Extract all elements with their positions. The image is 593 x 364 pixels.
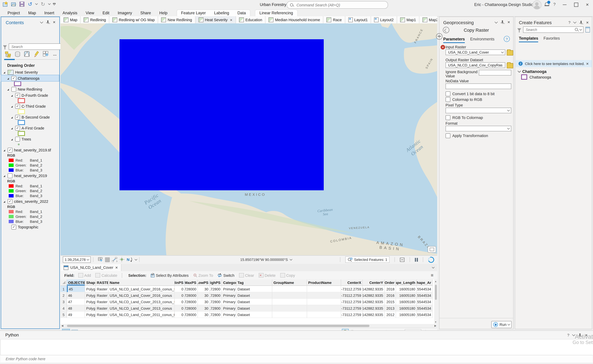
more-options-icon[interactable]: … xyxy=(53,52,57,56)
delete-selection-button[interactable]: ✕Delete xyxy=(259,273,276,278)
selected-features-indicator[interactable]: Selected Features: 1 xyxy=(346,256,390,263)
symbol-swatch[interactable] xyxy=(18,131,25,136)
layer-checkbox[interactable]: ✓ xyxy=(15,104,20,109)
tab-favorites[interactable]: Favorites xyxy=(544,36,560,42)
expand-icon[interactable]: ◢ xyxy=(7,88,10,90)
list-by-data-source-icon[interactable] xyxy=(14,51,21,57)
close-icon[interactable]: ✕ xyxy=(586,62,589,65)
tree-item-d-fourth-grade[interactable]: ◢✓D-Fourth Grade xyxy=(1,92,59,98)
pin-icon[interactable] xyxy=(501,20,504,24)
column-header-shape_length[interactable]: Shape_Length xyxy=(396,279,417,286)
template-item[interactable]: Chattanooga xyxy=(521,74,551,80)
list-by-selection-icon[interactable] xyxy=(24,51,30,57)
column-header-objectid[interactable]: OBJECTID xyxy=(67,279,85,286)
add-to-model-icon[interactable] xyxy=(436,33,442,40)
view-tab-heat-severity[interactable]: Heat Severity✕ xyxy=(195,16,236,23)
clear-selection-button[interactable]: Clear xyxy=(239,273,254,278)
input-raster-value[interactable] xyxy=(447,50,501,55)
browse-folder-icon[interactable] xyxy=(507,63,513,68)
column-header-shape_ar[interactable]: Shape_Ar xyxy=(417,279,433,286)
table-row[interactable]: 246PolygonRasterUSA_NLCD_Land_Cover_2016… xyxy=(60,292,437,299)
view-tab-map[interactable]: Map xyxy=(60,16,81,23)
ribbon-tab-insert[interactable]: Insert xyxy=(40,10,58,16)
layer-checkbox[interactable] xyxy=(7,173,13,178)
open-project-icon[interactable] xyxy=(11,1,16,7)
view-tab-layout1[interactable]: Layout1 xyxy=(345,16,371,23)
column-header-centerx[interactable]: CenterX xyxy=(341,279,363,286)
symbol-swatch[interactable] xyxy=(18,143,20,145)
column-header-name[interactable]: Name xyxy=(108,279,175,286)
layer-checkbox[interactable]: ✓ xyxy=(11,225,16,229)
close-icon[interactable]: ✕ xyxy=(507,20,510,24)
map-scale-select[interactable]: 1:39,254,278 xyxy=(63,256,91,263)
close-icon[interactable]: ✕ xyxy=(230,18,233,22)
table-row[interactable]: 347PolygonRasterUSA_NLCD_Land_Cover_2013… xyxy=(60,299,437,305)
colormap-to-rgb-checkbox[interactable]: Colormap to RGB xyxy=(446,97,482,102)
symbol-swatch[interactable] xyxy=(18,98,25,103)
switch-selection-button[interactable]: Switch xyxy=(218,273,234,278)
layer-checkbox[interactable]: ✓ xyxy=(15,126,20,130)
tree-item-b-second-grade[interactable]: ◢✓B-Second Grade xyxy=(1,114,59,120)
active-template-pane-icon[interactable] xyxy=(586,27,590,32)
symbol-swatch[interactable] xyxy=(18,109,25,114)
pin-icon[interactable] xyxy=(580,20,583,24)
minimize-button[interactable] xyxy=(559,0,570,9)
view-tab-map1[interactable]: Map1 xyxy=(397,16,419,23)
help-icon[interactable]: ? xyxy=(553,2,556,6)
column-header-centery[interactable]: CenterY xyxy=(363,279,385,286)
expand-icon[interactable]: ◢ xyxy=(3,71,6,73)
map-coordinates[interactable]: 15.8507196°W 90.0000000°S xyxy=(240,258,292,262)
grid-icon[interactable] xyxy=(105,257,110,262)
layer-checkbox[interactable]: ✓ xyxy=(11,76,16,81)
redo-icon[interactable]: ↻ xyxy=(40,1,46,7)
nodata-value[interactable] xyxy=(447,84,509,89)
view-tab-map2[interactable]: Map2 xyxy=(419,16,437,23)
view-tab-redlining-w-og-map[interactable]: Redlining w/ OG Map xyxy=(109,16,158,23)
layer-checkbox[interactable]: ✓ xyxy=(15,115,20,120)
tab-templates[interactable]: Templates xyxy=(519,36,538,42)
table-horizontal-scrollbar[interactable]: ◀▶ xyxy=(60,324,437,328)
pin-icon[interactable] xyxy=(46,20,49,24)
view-tab-median-household-income[interactable]: Median Household Income xyxy=(266,16,323,23)
select-by-attributes-button[interactable]: Select By Attributes xyxy=(150,273,189,278)
chevron-down-icon[interactable] xyxy=(495,20,498,23)
tree-item-trees[interactable]: ◢Trees xyxy=(1,136,59,142)
measure-icon[interactable] xyxy=(112,257,117,262)
chevron-down-icon[interactable] xyxy=(508,323,510,325)
calculate-field-button[interactable]: Calculate xyxy=(95,273,117,278)
symbol-swatch-row[interactable] xyxy=(1,131,59,136)
table-tab[interactable]: USA_NLCD_Land_Cover ✕ xyxy=(60,264,121,271)
help-icon[interactable]: ? xyxy=(568,20,571,25)
expand-icon[interactable]: ◢ xyxy=(11,116,13,118)
notifications-icon[interactable] xyxy=(544,1,550,7)
view-tab-education[interactable]: Education xyxy=(236,16,266,23)
ribbon-tab-view[interactable]: View xyxy=(81,10,98,16)
table-row[interactable]: 145PolygonRasterUSA_NLCD_Land_Cover_2016… xyxy=(60,286,437,292)
tree-item-heat-severity-2019[interactable]: ◢heat_severity_2019 xyxy=(1,173,59,178)
zoom-to-button[interactable]: Zoom To xyxy=(193,273,213,277)
layer-checkbox[interactable] xyxy=(15,136,20,142)
ribbon-tab-imagery[interactable]: Imagery xyxy=(113,10,136,16)
column-header-shape[interactable]: Shape xyxy=(85,279,96,286)
layer-checkbox[interactable]: ✓ xyxy=(7,147,13,152)
row-number[interactable]: 4 xyxy=(60,305,67,312)
tree-item-heat-severity-2019-tif[interactable]: ◢✓heat_severity_2019.tif xyxy=(1,147,59,153)
column-header-maxps[interactable]: MaxPS xyxy=(185,279,198,286)
column-header-minps[interactable]: MinPS xyxy=(175,279,185,286)
expand-icon[interactable]: ◢ xyxy=(3,149,6,151)
tree-item-chattanooga[interactable]: ◢✓Chattanooga xyxy=(1,75,59,81)
redo-dropdown-icon[interactable] xyxy=(48,2,51,5)
column-header-highps[interactable]: HighPS xyxy=(210,279,222,286)
command-search-input[interactable] xyxy=(296,2,373,7)
north-arrow-icon[interactable]: N xyxy=(127,257,133,262)
tree-item-c-third-grade[interactable]: ◢✓C-Third Grade xyxy=(1,103,59,109)
symbol-swatch-row[interactable] xyxy=(1,81,59,86)
expand-icon[interactable]: ◢ xyxy=(11,94,13,97)
column-header-tag[interactable]: Tag xyxy=(236,279,272,286)
row-number[interactable]: 3 xyxy=(60,299,67,305)
ribbon-tab-edit[interactable]: Edit xyxy=(98,10,113,16)
output-raster-value[interactable] xyxy=(447,63,503,68)
close-icon[interactable]: ✕ xyxy=(53,20,56,24)
format-dropdown[interactable] xyxy=(446,126,511,131)
column-header-raster[interactable]: RASTER xyxy=(96,279,108,286)
